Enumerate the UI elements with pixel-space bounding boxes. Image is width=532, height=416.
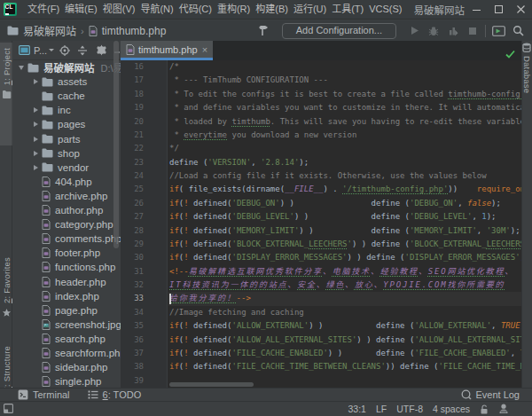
lock-icon[interactable]: [480, 404, 489, 414]
code-line-32[interactable]: IT科技资讯为一体的的站点、安全、绿色、放心、YPOJIE.COM找你所需要的: [169, 279, 505, 292]
tree-item-searchform.php[interactable]: searchform.php: [13, 346, 121, 360]
tree-item-functions.php[interactable]: functions.php: [13, 260, 121, 274]
tool-button-todo[interactable]: 6: TODO: [88, 389, 142, 400]
menu-代码(C)[interactable]: 代码(C): [176, 0, 215, 19]
tool-button-event-log[interactable]: Event Log: [461, 389, 520, 400]
tree-item-shop[interactable]: shop: [13, 146, 121, 161]
code-line-19[interactable]: * and define variables you want to custo…: [169, 101, 521, 114]
menu-运行(U)[interactable]: 运行(U): [291, 0, 329, 19]
code-line-36[interactable]: if(! defined('ALLOW_ALL_EXTERNAL_SITES')…: [169, 334, 521, 347]
hector-inspector-icon[interactable]: [498, 404, 509, 414]
todo-icon: [88, 390, 98, 399]
code-line-20[interactable]: * loaded by timthumb. This will save you…: [169, 115, 521, 129]
project-settings-button[interactable]: [96, 44, 107, 56]
tree-item-search.php[interactable]: search.php: [13, 332, 121, 346]
tab-close-icon[interactable]: ×: [202, 45, 207, 54]
code-line-35[interactable]: if(! defined('ALLOW_EXTERNAL') ) define …: [169, 319, 521, 333]
code-line-18[interactable]: * To edit the configs it is best to crea…: [169, 88, 521, 101]
tree-item-vendor[interactable]: vendor: [13, 161, 121, 175]
code-line-33[interactable]: 给你我分享的！-->: [169, 292, 251, 305]
tool-button-project[interactable]: 1: Project: [0, 43, 12, 145]
tree-item-footer.php[interactable]: footer.php: [13, 246, 121, 260]
tree-item-sidebar.php[interactable]: sidebar.php: [13, 360, 121, 374]
stop-button[interactable]: [463, 23, 482, 39]
maximize-button[interactable]: [488, 0, 510, 19]
tree-item-archive.php[interactable]: archive.php: [13, 189, 121, 203]
close-button[interactable]: [510, 0, 532, 19]
code-area[interactable]: 1617181920212223242526272829303132333435…: [121, 60, 521, 388]
tree-item-parts[interactable]: parts: [13, 132, 121, 146]
tool-button-database[interactable]: Database: [521, 43, 532, 158]
menu-视图(V)[interactable]: 视图(V): [100, 0, 138, 19]
menu-工具(T)[interactable]: 工具(T): [329, 0, 366, 19]
encoding-widget[interactable]: UTF-8: [396, 404, 423, 414]
project-view-selector[interactable]: P...: [34, 45, 54, 56]
tree-item-header.php[interactable]: header.php: [13, 275, 121, 289]
expand-arrow-icon[interactable]: [34, 165, 38, 170]
menu-编辑(E)[interactable]: 编辑(E): [62, 0, 100, 19]
menu-导航(N)[interactable]: 导航(N): [137, 0, 176, 19]
expand-arrow-icon[interactable]: [19, 66, 24, 70]
minimize-button[interactable]: [466, 0, 488, 19]
tree-item-author.php[interactable]: author.php: [13, 203, 121, 217]
tree-item-易破解网站[interactable]: 易破解网站D:\易破解网站: [13, 60, 121, 75]
code-line-37[interactable]: if(! defined('FILE_CACHE_ENABLED') ) def…: [169, 347, 521, 360]
tool-button-favorites[interactable]: 2: Favorites: [0, 257, 12, 342]
tab-timthumb-php[interactable]: timthumb.php ×: [121, 41, 213, 58]
tree-item-category.php[interactable]: category.php: [13, 217, 121, 232]
code-line-29[interactable]: if(! defined('BLOCK_EXTERNAL_LEECHERS') …: [169, 238, 521, 251]
horizontal-scrollbar[interactable]: [169, 382, 254, 387]
tree-item-pages[interactable]: pages: [13, 117, 121, 131]
code-line-22[interactable]: */: [169, 142, 179, 155]
locate-file-button[interactable]: [59, 45, 70, 56]
code-line-27[interactable]: if(! defined('DEBUG_LEVEL') ) define ('D…: [169, 210, 497, 224]
expand-arrow-icon[interactable]: [34, 107, 38, 113]
indent-widget[interactable]: 4 spaces: [433, 404, 470, 414]
expand-arrow-icon[interactable]: [34, 79, 38, 84]
code-line-16[interactable]: /*: [169, 60, 179, 74]
breadcrumb-file[interactable]: timthumb.php: [89, 25, 167, 37]
tree-item-assets[interactable]: assets: [13, 75, 121, 89]
run-anything-button[interactable]: [489, 23, 508, 39]
code-line-28[interactable]: if(! defined('MEMORY_LIMIT') ) define ('…: [169, 224, 520, 238]
tree-item-index.php[interactable]: index.php: [13, 289, 121, 303]
tree-item-404.php[interactable]: 404.php: [13, 175, 121, 189]
breadcrumb-project[interactable]: 易破解网站: [7, 23, 76, 38]
code-line-34[interactable]: //Image fetching and caching: [169, 306, 304, 319]
menu-重构(R)[interactable]: 重构(R): [215, 0, 253, 19]
expand-arrow-icon[interactable]: [34, 151, 38, 156]
tool-button-terminal[interactable]: Terminal: [18, 389, 70, 400]
menu-构建(B)[interactable]: 构建(B): [253, 0, 291, 19]
project-tree-scrollbar[interactable]: [113, 41, 119, 248]
code-line-25[interactable]: if( file_exists(dirname(__FILE__) . '/ti…: [169, 183, 521, 196]
code-line-17[interactable]: * --- TimThumb CONFIGURATION ---: [169, 74, 328, 87]
menu-VCS(S)[interactable]: VCS(S): [366, 0, 404, 19]
coverage-button[interactable]: [443, 23, 463, 39]
code-line-26[interactable]: if(! defined('DEBUG_ON') ) define ('DEBU…: [169, 197, 501, 210]
toolwindow-switcher-icon[interactable]: [4, 404, 13, 415]
tree-item-inc[interactable]: inc: [13, 103, 121, 117]
code-line-21[interactable]: * everytime you download a new version: [169, 129, 356, 142]
code-line-31[interactable]: <!--易破解精选互联网优秀软件分享、电脑技术、经验教程、SEO网站优化教程、: [169, 265, 514, 279]
expand-arrow-icon[interactable]: [34, 137, 38, 142]
code-line-24[interactable]: //Load a config file if it exists. Other…: [169, 169, 487, 183]
tree-item-comments.php[interactable]: comments.php: [13, 232, 121, 246]
tree-item-cache[interactable]: cache: [13, 89, 121, 103]
line-ending-widget[interactable]: LF: [376, 404, 387, 414]
search-everywhere-button[interactable]: [508, 23, 528, 39]
code-line-23[interactable]: define ('VERSION', '2.8.14');: [169, 156, 309, 169]
tree-item-screenshot.jpg[interactable]: screenshot.jpg: [13, 318, 121, 332]
tree-item-single.php[interactable]: single.php: [13, 374, 121, 388]
code-line-38[interactable]: if(! defined('FILE_CACHE_TIME_BETWEEN_CL…: [169, 360, 521, 373]
debug-button[interactable]: [424, 23, 443, 39]
menu-文件(F)[interactable]: 文件(F): [25, 0, 62, 19]
build-project-button[interactable]: [254, 23, 273, 39]
collapse-all-button[interactable]: [77, 45, 88, 56]
run-button[interactable]: [404, 23, 424, 39]
editor-gutter[interactable]: 1617181920212223242526272829303132333435…: [121, 60, 168, 388]
run-configuration-selector[interactable]: Add Configuration...: [282, 23, 396, 39]
code-line-30[interactable]: if(! defined('DISPLAY_ERROR_MESSAGES') )…: [169, 251, 521, 264]
tree-item-page.php[interactable]: page.php: [13, 303, 121, 318]
caret-position-widget[interactable]: 33:1: [348, 404, 366, 414]
expand-arrow-icon[interactable]: [34, 122, 38, 127]
